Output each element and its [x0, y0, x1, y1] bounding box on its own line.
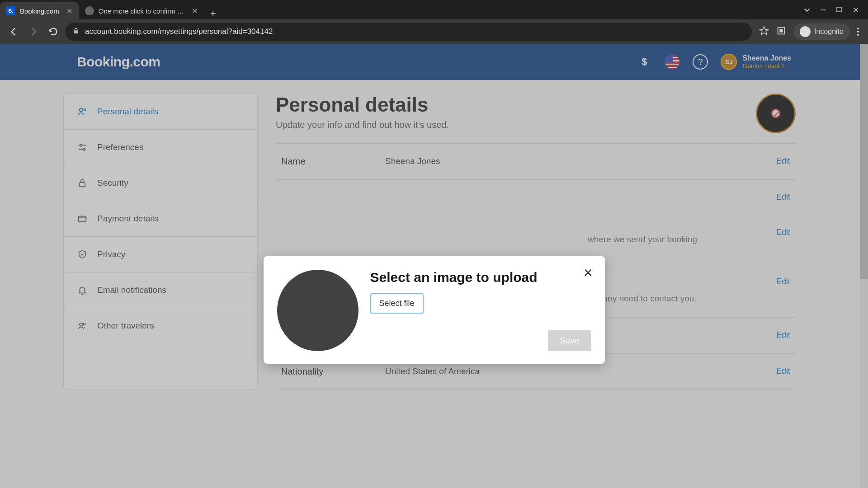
browser-tab[interactable]: B. Booking.com ✕	[0, 2, 79, 19]
bookmark-star-icon[interactable]	[759, 26, 769, 38]
lock-icon	[72, 27, 80, 36]
minimize-icon[interactable]	[820, 7, 826, 13]
browser-menu-icon[interactable]	[857, 28, 859, 36]
close-window-icon[interactable]	[853, 7, 859, 13]
page-content: Booking.com $ ? SJ Sheena Jones Genius L…	[0, 44, 868, 488]
select-file-button[interactable]: Select file	[370, 293, 424, 314]
reload-button[interactable]	[45, 23, 61, 40]
booking-favicon-icon: B.	[6, 6, 15, 15]
install-app-icon[interactable]	[776, 26, 786, 38]
maximize-icon[interactable]	[836, 7, 843, 13]
save-button[interactable]: Save	[548, 330, 591, 351]
incognito-label: Incognito	[814, 28, 844, 36]
close-modal-button[interactable]: ✕	[583, 266, 593, 280]
modal-overlay[interactable]: Select an image to upload Select file Sa…	[0, 44, 868, 488]
incognito-icon	[800, 26, 811, 37]
upload-image-modal: Select an image to upload Select file Sa…	[264, 256, 605, 364]
browser-address-bar: account.booking.com/mysettings/personal?…	[0, 19, 868, 44]
svg-rect-2	[74, 30, 78, 33]
close-icon: ✕	[583, 266, 593, 280]
svg-rect-4	[779, 29, 783, 32]
tab-title: One more click to confirm your	[99, 7, 184, 15]
url-text: account.booking.com/mysettings/personal?…	[85, 27, 273, 36]
chevron-down-icon[interactable]	[804, 7, 810, 13]
new-tab-button[interactable]: +	[204, 8, 222, 19]
tab-close-icon[interactable]: ✕	[192, 7, 198, 15]
tab-close-icon[interactable]: ✕	[66, 7, 72, 15]
globe-favicon-icon	[85, 6, 94, 15]
svg-rect-1	[837, 7, 841, 12]
browser-tab[interactable]: One more click to confirm your ✕	[79, 2, 204, 19]
tab-title: Booking.com	[20, 7, 59, 15]
back-button[interactable]	[5, 23, 22, 40]
forward-button[interactable]	[25, 23, 42, 40]
url-field[interactable]: account.booking.com/mysettings/personal?…	[65, 23, 752, 41]
incognito-badge[interactable]: Incognito	[793, 23, 850, 40]
modal-title: Select an image to upload	[370, 270, 591, 285]
avatar-preview	[277, 270, 359, 351]
browser-titlebar: B. Booking.com ✕ One more click to confi…	[0, 0, 868, 19]
